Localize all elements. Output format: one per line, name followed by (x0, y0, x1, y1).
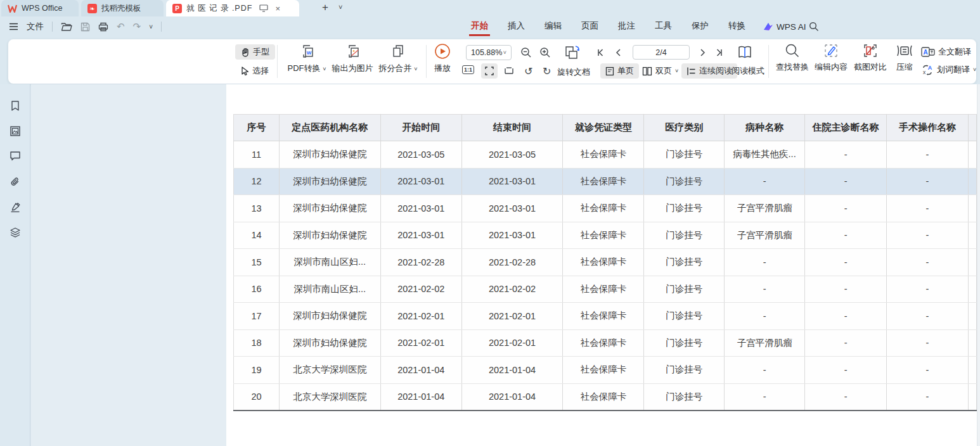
column-header: 序号 (234, 115, 280, 141)
redo-icon[interactable]: ↷ (133, 21, 141, 32)
first-page-icon[interactable] (596, 48, 605, 57)
actual-size-button[interactable]: 1:1 (462, 65, 474, 74)
tab-wps-office[interactable]: WPS Office (1, 0, 79, 16)
table-cell: 15 (234, 249, 280, 276)
compress-button[interactable]: 压缩 (890, 43, 919, 73)
table-cell: 门诊挂号 (644, 357, 725, 384)
menu-home[interactable]: 开始 (469, 16, 490, 37)
wps-ai-button[interactable]: WPS AI (763, 22, 806, 32)
read-mode-label[interactable]: 阅读模式 (732, 65, 764, 77)
partial-cell (968, 249, 976, 276)
fit-width-button[interactable] (481, 63, 498, 79)
search-icon[interactable] (809, 22, 819, 32)
fit-page-button[interactable] (501, 63, 517, 79)
export-image-icon (344, 43, 361, 60)
table-cell: - (887, 276, 969, 303)
thumbnail-icon[interactable] (10, 125, 21, 137)
zoom-level-select[interactable]: 105.88% ˅ (466, 45, 512, 60)
split-merge-button[interactable]: 拆分合并 ˅ (371, 43, 425, 74)
rotate-right-icon[interactable]: ↻ (543, 65, 551, 77)
divider (161, 22, 162, 32)
signature-icon[interactable] (10, 201, 21, 213)
table-cell: 门诊挂号 (644, 141, 725, 169)
table-cell: 社会保障卡 (563, 195, 644, 222)
table-cell: 2021-03-01 (461, 195, 563, 222)
document-workspace: 序号定点医药机构名称开始时间结束时间就诊凭证类型医疗类别病种名称住院主诊断名称手… (0, 84, 980, 446)
hand-tool-button[interactable]: 手型 (235, 44, 275, 60)
hamburger-icon[interactable] (9, 23, 18, 30)
print-icon[interactable] (98, 22, 108, 32)
navigation-panel[interactable] (31, 84, 226, 446)
undo-icon[interactable]: ↶ (117, 21, 125, 32)
rotate-left-icon[interactable]: ↺ (524, 65, 532, 77)
zoom-out-icon[interactable] (520, 47, 532, 58)
open-file-icon[interactable] (61, 22, 72, 32)
table-cell: 社会保障卡 (563, 329, 644, 357)
table-cell: 门诊挂号 (644, 195, 725, 222)
svg-text:A: A (928, 65, 932, 71)
menu-convert[interactable]: 转换 (726, 16, 747, 37)
zoom-in-icon[interactable] (539, 47, 551, 58)
word-translate-button[interactable]: A x 划词翻译 ˅ (921, 64, 976, 75)
select-tool-button[interactable]: 选择 (237, 63, 273, 79)
pdf-page: 序号定点医药机构名称开始时间结束时间就诊凭证类型医疗类别病种名称住院主诊断名称手… (226, 84, 977, 446)
new-tab-icon[interactable]: + (322, 1, 328, 14)
menu-annotate[interactable]: 批注 (616, 16, 637, 37)
partial-cell (968, 222, 976, 249)
find-replace-button[interactable]: 查找替换 (773, 43, 811, 73)
continuous-read-button[interactable]: 连续阅读 (681, 63, 737, 79)
monitor-icon[interactable] (259, 4, 268, 12)
table-cell: - (887, 195, 969, 222)
medical-records-table: 序号定点医药机构名称开始时间结束时间就诊凭证类型医疗类别病种名称住院主诊断名称手… (233, 114, 977, 411)
save-icon[interactable] (81, 22, 90, 32)
page-number-input[interactable]: 2/4 (633, 45, 690, 60)
tab-active-document[interactable]: P 就 医 记 录 .PDF × (166, 0, 299, 16)
partial-cell (968, 276, 976, 303)
bookmark-icon[interactable] (10, 100, 21, 112)
rotate-doc-label[interactable]: 旋转文档 (557, 67, 590, 78)
table-cell: 门诊挂号 (644, 222, 725, 249)
table-cell: - (887, 357, 969, 384)
attachment-icon[interactable] (10, 176, 21, 188)
prev-page-icon[interactable] (614, 48, 623, 57)
svg-text:W: W (307, 50, 312, 56)
table-row: 11深圳市妇幼保健院2021-03-052021-03-05社会保障卡门诊挂号病… (234, 141, 977, 169)
compress-icon (895, 43, 914, 58)
menu-edit[interactable]: 编辑 (543, 16, 564, 37)
table-cell: 2021-01-04 (461, 357, 563, 384)
continuous-icon (687, 67, 696, 76)
table-cell: 北京大学深圳医院 (279, 357, 380, 384)
table-cell: 11 (234, 141, 280, 169)
menu-protect[interactable]: 保护 (690, 16, 711, 37)
rotate-pages-icon[interactable] (564, 45, 583, 61)
menu-tools[interactable]: 工具 (653, 16, 674, 37)
layers-icon[interactable] (10, 227, 21, 238)
tab-label: WPS Office (22, 4, 62, 13)
table-cell: 深圳市妇幼保健院 (279, 222, 380, 249)
last-page-icon[interactable] (714, 48, 723, 57)
read-mode-icon[interactable] (737, 44, 753, 61)
next-page-icon[interactable] (698, 48, 707, 57)
partial-cell (968, 141, 976, 169)
file-menu[interactable]: 文件 (27, 21, 44, 32)
column-header (968, 115, 976, 141)
comment-icon[interactable] (10, 151, 21, 161)
full-translate-button[interactable]: A 全文翻译 (921, 46, 971, 58)
vertical-scrollbar[interactable] (977, 84, 980, 446)
table-cell: 门诊挂号 (644, 276, 725, 303)
menu-page[interactable]: 页面 (579, 16, 600, 37)
table-cell: - (805, 222, 887, 249)
tab-docer-templates[interactable]: ❧ 找稻壳模板 (81, 0, 164, 16)
tab-list-chevron-icon[interactable]: ˅ (338, 3, 342, 11)
screenshot-compare-button[interactable]: 截图对比 (851, 43, 890, 73)
menu-insert[interactable]: 插入 (506, 16, 527, 37)
edit-content-button[interactable]: 编辑内容 (812, 43, 850, 73)
double-page-button[interactable]: 双页 ˅ (640, 63, 681, 79)
table-cell: 病毒性其他疾... (725, 141, 805, 169)
play-button[interactable]: 播放 (427, 43, 458, 74)
qat-chevron-icon[interactable]: ˅ (149, 23, 153, 30)
single-page-button[interactable]: 单页 (600, 63, 639, 79)
table-row: 13深圳市妇幼保健院2021-03-012021-03-01社会保障卡门诊挂号子… (234, 195, 977, 222)
document-title: 就 医 记 录 .PDF (186, 3, 252, 14)
close-tab-icon[interactable]: × (275, 4, 280, 13)
